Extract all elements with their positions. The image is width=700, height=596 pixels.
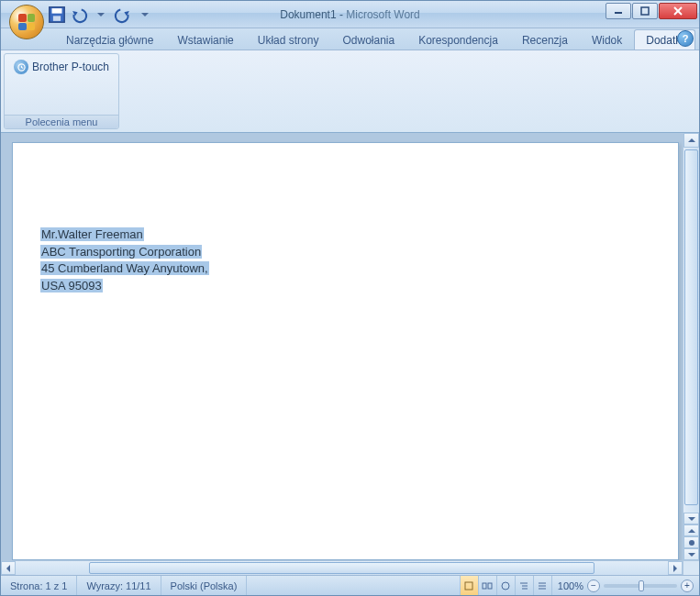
svg-rect-9 bbox=[465, 582, 472, 590]
status-bar: Strona: 1 z 1 Wyrazy: 11/11 Polski (Pols… bbox=[1, 575, 699, 595]
brother-ptouch-button[interactable]: Brother P-touch bbox=[10, 58, 113, 76]
zoom-slider[interactable] bbox=[604, 584, 677, 588]
redo-icon bbox=[113, 5, 133, 25]
tab-mailings[interactable]: Korespondencja bbox=[406, 29, 510, 50]
app-name: Microsoft Word bbox=[346, 8, 419, 21]
chevron-down-icon bbox=[141, 13, 149, 17]
redo-button[interactable] bbox=[113, 5, 133, 25]
zoom-out-button[interactable]: − bbox=[587, 579, 600, 592]
reading-icon bbox=[482, 580, 493, 591]
document-name: Dokument1 bbox=[280, 8, 336, 21]
undo-dropdown[interactable] bbox=[91, 5, 111, 25]
svg-rect-11 bbox=[488, 583, 492, 589]
maximize-button[interactable] bbox=[632, 3, 658, 19]
svg-rect-10 bbox=[483, 583, 486, 589]
qat-customize[interactable] bbox=[135, 5, 155, 25]
svg-point-8 bbox=[689, 540, 694, 546]
chevron-left-icon bbox=[6, 565, 10, 572]
prev-page-button[interactable] bbox=[683, 524, 699, 536]
view-buttons bbox=[460, 576, 552, 595]
tab-review[interactable]: Recenzja bbox=[510, 29, 580, 50]
tab-references[interactable]: Odwołania bbox=[330, 29, 406, 50]
undo-icon bbox=[69, 5, 89, 25]
zoom-control: 100% − + bbox=[552, 576, 699, 595]
selected-text-line[interactable]: Mr.Walter Freeman bbox=[40, 227, 144, 241]
svg-rect-2 bbox=[53, 16, 61, 21]
status-page[interactable]: Strona: 1 z 1 bbox=[1, 576, 77, 595]
brother-ptouch-label: Brother P-touch bbox=[32, 61, 109, 73]
circle-icon bbox=[688, 539, 695, 546]
selected-text-line[interactable]: 45 Cumberland Way Anyutown, bbox=[40, 261, 209, 275]
status-language[interactable]: Polski (Polska) bbox=[161, 576, 248, 595]
horizontal-scroll-thumb[interactable] bbox=[89, 562, 594, 574]
ptouch-icon bbox=[14, 60, 28, 74]
web-icon bbox=[500, 580, 511, 591]
outline-icon bbox=[518, 580, 529, 591]
office-button[interactable] bbox=[9, 5, 44, 39]
document-viewport[interactable]: Mr.Walter Freeman ABC Transporting Corpo… bbox=[1, 133, 683, 560]
scroll-right-button[interactable] bbox=[668, 561, 683, 575]
draft-view[interactable] bbox=[534, 576, 552, 595]
title-bar: Dokument1 - Microsoft Word bbox=[1, 1, 699, 28]
tab-home[interactable]: Narzędzia główne bbox=[54, 29, 165, 50]
close-button[interactable] bbox=[659, 3, 697, 19]
tab-insert[interactable]: Wstawianie bbox=[165, 29, 245, 50]
status-words[interactable]: Wyrazy: 11/11 bbox=[77, 576, 161, 595]
zoom-slider-handle[interactable] bbox=[639, 580, 644, 591]
scroll-down-button[interactable] bbox=[683, 513, 699, 524]
zoom-in-button[interactable]: + bbox=[681, 579, 694, 592]
selected-text-line[interactable]: ABC Transporting Corporation bbox=[40, 245, 202, 259]
scroll-left-button[interactable] bbox=[1, 561, 16, 575]
web-layout-view[interactable] bbox=[497, 576, 516, 595]
save-button[interactable] bbox=[47, 5, 67, 25]
draft-icon bbox=[537, 580, 548, 591]
svg-rect-4 bbox=[641, 7, 649, 15]
document-area: Mr.Walter Freeman ABC Transporting Corpo… bbox=[1, 133, 699, 575]
chevron-down-icon bbox=[97, 13, 105, 17]
scroll-up-button[interactable] bbox=[683, 133, 699, 148]
chevron-down-icon bbox=[688, 517, 695, 521]
chevron-up-icon bbox=[688, 138, 695, 142]
quick-access-toolbar bbox=[47, 1, 155, 28]
double-chevron-up-icon bbox=[688, 529, 695, 533]
save-icon bbox=[47, 5, 67, 25]
help-icon: ? bbox=[683, 33, 689, 44]
full-screen-reading-view[interactable] bbox=[479, 576, 497, 595]
print-layout-icon bbox=[463, 580, 474, 591]
selected-text-line[interactable]: USA 95093 bbox=[40, 279, 103, 292]
next-page-button[interactable] bbox=[683, 548, 699, 560]
ribbon-tab-strip: Narzędzia główne Wstawianie Układ strony… bbox=[1, 28, 699, 50]
vertical-scroll-thumb[interactable] bbox=[684, 149, 698, 505]
ribbon-group-menu-commands: Brother P-touch Polecenia menu bbox=[4, 53, 119, 129]
page-1[interactable]: Mr.Walter Freeman ABC Transporting Corpo… bbox=[12, 142, 679, 560]
scroll-corner bbox=[683, 560, 699, 575]
print-layout-view[interactable] bbox=[461, 576, 479, 595]
horizontal-scrollbar[interactable] bbox=[1, 560, 683, 575]
vertical-scrollbar[interactable] bbox=[683, 133, 699, 560]
browse-object-button[interactable] bbox=[683, 536, 699, 548]
svg-point-12 bbox=[502, 582, 509, 590]
help-button[interactable]: ? bbox=[677, 30, 694, 47]
office-logo-icon bbox=[18, 14, 35, 30]
window-title: Dokument1 - Microsoft Word bbox=[280, 8, 420, 21]
undo-button[interactable] bbox=[69, 5, 89, 25]
tab-view[interactable]: Widok bbox=[580, 29, 634, 50]
minimize-button[interactable] bbox=[606, 3, 631, 19]
chevron-right-icon bbox=[673, 565, 677, 572]
svg-rect-1 bbox=[52, 8, 62, 14]
ribbon-panel: Brother P-touch Polecenia menu bbox=[1, 50, 699, 133]
outline-view[interactable] bbox=[516, 576, 534, 595]
window-controls bbox=[605, 3, 697, 19]
zoom-percent[interactable]: 100% bbox=[558, 580, 583, 591]
tab-page-layout[interactable]: Układ strony bbox=[246, 29, 331, 50]
double-chevron-down-icon bbox=[688, 553, 695, 557]
ribbon-group-label: Polecenia menu bbox=[5, 115, 118, 128]
